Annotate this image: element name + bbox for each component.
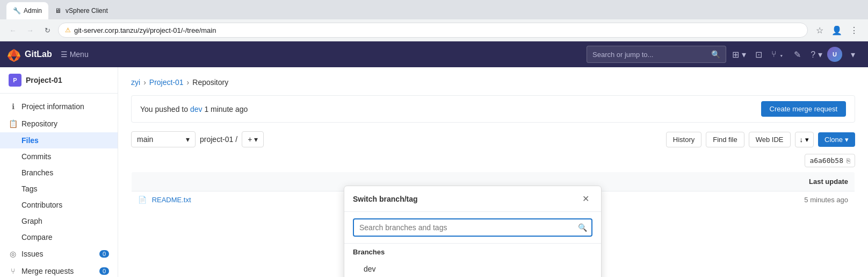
- sidebar-item-merge-requests[interactable]: ⑂ Merge requests 0: [0, 262, 118, 277]
- avatar-chevron[interactable]: ▾: [844, 46, 862, 63]
- clone-chevron-icon: ▾: [845, 136, 849, 144]
- breadcrumb-current: Repository: [192, 78, 228, 87]
- breadcrumb-zyi[interactable]: zyi: [131, 78, 140, 87]
- commit-hash-row: a6a60b58 ⎘: [131, 154, 855, 167]
- sidebar-item-contributors[interactable]: Contributors: [0, 197, 118, 213]
- download-button[interactable]: ↓ ▾: [795, 132, 814, 147]
- browser-tab-vsphere[interactable]: 🖥 vSphere Client: [48, 2, 114, 19]
- sidebar-label-compare: Compare: [21, 233, 53, 242]
- sidebar-nav: ℹ Project information 📋 Repository Files…: [0, 94, 118, 277]
- push-text-label: You pushed to: [140, 105, 188, 113]
- help-button[interactable]: ? ▾: [808, 46, 825, 63]
- sidebar-label-issues: Issues: [21, 250, 43, 258]
- dock-button[interactable]: ⊡: [750, 46, 767, 63]
- issues-badge: 0: [99, 250, 109, 258]
- sidebar-label-tags: Tags: [21, 184, 38, 193]
- breadcrumb-project[interactable]: Project-01: [149, 78, 184, 87]
- push-notification: You pushed to dev 1 minute ago Create me…: [131, 95, 855, 123]
- modal-header: Switch branch/tag ✕: [344, 186, 601, 212]
- path-add-chevron-icon: ▾: [254, 135, 258, 144]
- sidebar-item-compare[interactable]: Compare: [0, 229, 118, 245]
- sidebar-project-header[interactable]: P Project-01: [0, 67, 118, 94]
- modal-title: Switch branch/tag: [353, 195, 418, 203]
- edit-button[interactable]: ✎: [789, 46, 806, 63]
- address-bar: ⚠ git-server.corp.tanzu/zyi/project-01/-…: [58, 23, 808, 38]
- reload-button[interactable]: ↻: [41, 24, 54, 37]
- back-button[interactable]: ←: [6, 24, 19, 37]
- browser-tab-admin[interactable]: 🔧 Admin: [6, 2, 48, 19]
- find-file-button[interactable]: Find file: [706, 132, 744, 147]
- web-ide-button[interactable]: Web IDE: [749, 132, 791, 147]
- branch-selector[interactable]: main ▾: [131, 131, 196, 147]
- modal-search-wrapper: 🔍: [353, 218, 592, 237]
- menu-label: Menu: [70, 50, 89, 59]
- sidebar-item-files[interactable]: Files: [0, 132, 118, 148]
- search-bar[interactable]: 🔍: [587, 46, 726, 63]
- branch-item-dev[interactable]: dev: [344, 260, 601, 277]
- branch-chevron-icon: ▾: [186, 135, 190, 144]
- create-button[interactable]: ⊞ ▾: [730, 46, 748, 63]
- info-icon: ℹ: [9, 102, 17, 111]
- profile-button[interactable]: 👤: [829, 23, 844, 38]
- copy-icon[interactable]: ⎘: [847, 157, 850, 165]
- create-merge-request-button[interactable]: Create merge request: [761, 101, 846, 117]
- sidebar-label-repository: Repository: [21, 119, 57, 128]
- push-time: 1 minute ago: [204, 105, 248, 113]
- topnav: GitLab ☰ Menu 🔍 ⊞ ▾ ⊡ ⑂ ▾ ✎ ? ▾ U ▾: [0, 41, 868, 67]
- hamburger-icon: ☰: [61, 50, 68, 59]
- sidebar-item-tags[interactable]: Tags: [0, 181, 118, 197]
- branch-search-input[interactable]: [353, 218, 592, 237]
- search-input[interactable]: [592, 51, 708, 59]
- svg-marker-7: [10, 56, 18, 62]
- sidebar-label-commits: Commits: [21, 152, 51, 161]
- merge-requests-badge: 0: [99, 267, 109, 275]
- search-icon: 🔍: [711, 50, 720, 59]
- modal-search: 🔍: [344, 212, 601, 244]
- sidebar-item-issues[interactable]: ◎ Issues 0: [0, 245, 118, 262]
- sidebar-label-files: Files: [21, 136, 39, 145]
- tab-label-admin: Admin: [24, 7, 42, 15]
- gitlab-logo-text: GitLab: [25, 49, 52, 59]
- sidebar-item-graph[interactable]: Graph: [0, 213, 118, 229]
- branch-name: main: [137, 135, 153, 144]
- sidebar-label-contributors: Contributors: [21, 201, 62, 209]
- sidebar-item-commits[interactable]: Commits: [0, 148, 118, 165]
- path-project: project-01: [200, 135, 233, 144]
- sidebar-item-branches[interactable]: Branches: [0, 165, 118, 181]
- menu-button[interactable]: ☰ Menu: [56, 48, 93, 61]
- sidebar-label-project-info: Project information: [21, 102, 84, 111]
- merge-requests-button[interactable]: ⑂ ▾: [769, 46, 786, 63]
- gitlab-logo: GitLab: [6, 47, 52, 62]
- bookmark-button[interactable]: ☆: [812, 23, 827, 38]
- download-chevron-icon: ▾: [805, 136, 809, 144]
- clone-label: Clone: [824, 136, 843, 144]
- history-button[interactable]: History: [666, 132, 701, 147]
- path-display: project-01 /: [200, 135, 237, 144]
- breadcrumb-sep-1: ›: [143, 78, 146, 87]
- more-button[interactable]: ⋮: [847, 23, 862, 38]
- push-branch-link[interactable]: dev: [190, 105, 202, 113]
- sidebar-label-merge-requests: Merge requests: [21, 267, 74, 275]
- file-icon: 📄: [138, 196, 147, 204]
- branch-dev-label: dev: [364, 265, 376, 273]
- tab-label-vsphere: vSphere Client: [66, 7, 108, 15]
- path-separator: /: [235, 135, 237, 144]
- user-avatar[interactable]: U: [827, 47, 842, 62]
- path-add-button[interactable]: + ▾: [242, 131, 264, 147]
- forward-button[interactable]: →: [24, 24, 37, 37]
- gitlab-logo-icon: [6, 47, 21, 62]
- commit-hash: a6a60b58 ⎘: [805, 154, 855, 167]
- clone-button[interactable]: Clone ▾: [818, 132, 855, 147]
- file-link[interactable]: README.txt: [152, 196, 191, 204]
- sidebar-item-project-info[interactable]: ℹ Project information: [0, 98, 118, 115]
- download-icon: ↓: [800, 136, 804, 144]
- modal-close-button[interactable]: ✕: [579, 193, 592, 205]
- sidebar-label-graph: Graph: [21, 217, 42, 225]
- sidebar-label-branches: Branches: [21, 168, 53, 177]
- issues-icon: ◎: [9, 250, 17, 258]
- switch-branch-modal: Switch branch/tag ✕ 🔍 Branches dev: [344, 186, 602, 277]
- branches-section-label: Branches: [344, 244, 601, 260]
- project-icon: P: [9, 74, 21, 87]
- sidebar-item-repository[interactable]: 📋 Repository: [0, 115, 118, 132]
- push-text: You pushed to dev 1 minute ago: [140, 105, 248, 113]
